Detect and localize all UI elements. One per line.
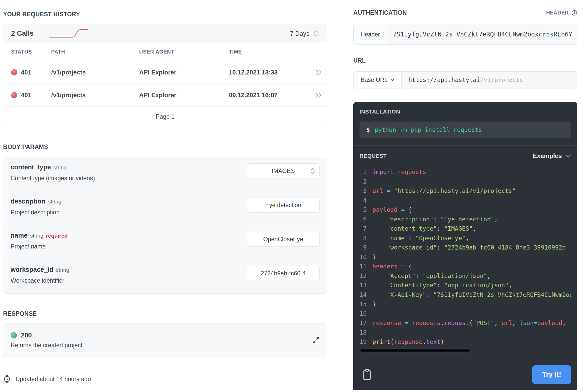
scrollbar-thumb[interactable] <box>360 348 470 352</box>
code-line: 19print(response.text) <box>360 337 571 347</box>
response-title: RESPONSE <box>3 310 327 317</box>
code-line: 10} <box>360 252 571 262</box>
url-field-group: Base URL https://api.hasty.ai/v1/project… <box>353 71 577 88</box>
param-description: Content type (images or videos) <box>11 175 95 182</box>
param-input[interactable]: 2724b9ab-fc60-4 <box>247 266 320 281</box>
copy-code-button[interactable] <box>363 369 371 381</box>
calls-sparkline-chart <box>48 27 89 40</box>
expand-diagonal-icon <box>312 336 320 344</box>
param-row: namestringrequiredProject nameOpenCloseE… <box>3 225 327 259</box>
param-value: OpenCloseEye <box>263 236 303 243</box>
auth-type-label: HEADER <box>546 10 569 16</box>
range-selector[interactable]: 7 Days <box>290 30 319 37</box>
row-user-agent: API Explorer <box>139 69 229 76</box>
code-line: 6 "description": "Eye detection", <box>360 215 571 224</box>
param-select[interactable]: IMAGES <box>247 163 320 178</box>
line-number: 6 <box>360 215 367 224</box>
open-request-button[interactable] <box>310 69 327 76</box>
param-input[interactable]: Eye detection <box>247 198 320 213</box>
right-column: AUTHENTICATION HEADER Header 7S1iyfgIVcZ… <box>353 0 577 390</box>
code-editor[interactable]: 1import requests23url = "https://api.has… <box>360 167 571 347</box>
param-type: string <box>56 267 69 273</box>
request-title: REQUEST <box>360 153 387 159</box>
param-heading: workspace_idstring <box>11 266 69 273</box>
line-number: 5 <box>360 205 367 215</box>
calls-count: 2 Calls <box>11 29 34 37</box>
examples-dropdown[interactable]: Examples <box>533 152 571 160</box>
param-row: workspace_idstringWorkspace identifier27… <box>3 259 327 293</box>
code-line: 12 "Accept": "application/json", <box>360 271 571 281</box>
status-dot-icon <box>11 92 17 98</box>
param-info: descriptionstringProject description <box>11 198 61 218</box>
range-label: 7 Days <box>290 30 309 37</box>
request-history-title: YOUR REQUEST HISTORY <box>3 11 327 18</box>
updated-status: Updated about 14 hours ago <box>3 374 327 384</box>
history-row[interactable]: 401/v1/projectsAPI Explorer09.12.2021 16… <box>3 84 327 107</box>
request-url-path: /v1/projects <box>480 77 523 83</box>
line-number: 4 <box>360 196 367 205</box>
double-chevron-right-icon <box>315 69 323 76</box>
chevron-down-icon <box>390 79 394 81</box>
line-number: 17 <box>360 318 367 328</box>
authentication-title: AUTHENTICATION <box>353 9 407 16</box>
api-key-input[interactable]: 7S1iyfgIVcZtN_2s_VhCZkt7eRQFB4CLNwm2ooxc… <box>387 24 577 44</box>
history-row[interactable]: 401/v1/projectsAPI Explorer10.12.2021 13… <box>3 61 327 84</box>
param-name: name <box>11 232 27 239</box>
code-line: 4 <box>360 196 571 205</box>
panel-divider <box>338 0 338 392</box>
row-path: /v1/projects <box>51 69 139 76</box>
code-line: 8 "name": "OpenCloseEye", <box>360 233 571 243</box>
param-description: Project description <box>11 209 61 216</box>
history-column-headers: STATUS PATH USER AGENT TIME <box>3 43 327 61</box>
status-code: 401 <box>21 69 31 76</box>
param-value: IMAGES <box>272 168 295 175</box>
row-user-agent: API Explorer <box>139 92 229 99</box>
param-input[interactable]: OpenCloseEye <box>247 232 320 247</box>
code-horizontal-scrollbar <box>360 348 571 352</box>
open-request-button[interactable] <box>310 92 327 99</box>
line-number: 9 <box>360 243 367 252</box>
code-panel-footer: Try It! <box>353 359 577 390</box>
info-circle-icon[interactable] <box>571 10 577 16</box>
expand-response-button[interactable] <box>312 336 320 345</box>
line-number: 13 <box>360 281 367 290</box>
request-header-row: REQUEST Examples <box>360 152 571 160</box>
param-info: content_typestringContent type (images o… <box>11 163 95 184</box>
response-status-code: 200 <box>21 331 32 339</box>
chevron-down-icon <box>565 154 571 158</box>
request-url-display: https://api.hasty.ai/v1/projects <box>402 72 577 88</box>
row-path: /v1/projects <box>51 92 139 99</box>
line-number: 3 <box>360 186 367 196</box>
request-url-base: https://api.hasty.ai <box>408 77 480 83</box>
param-name: workspace_id <box>11 266 53 273</box>
param-row: descriptionstringProject descriptionEye … <box>3 191 327 225</box>
url-title: URL <box>353 57 577 64</box>
pagination: Page 1 <box>3 107 327 127</box>
sort-updown-icon <box>313 30 319 37</box>
api-key-field-group: Header 7S1iyfgIVcZtN_2s_VhCZkt7eRQFB4CLN… <box>353 24 577 45</box>
code-line: 17response = requests.request("POST", ur… <box>360 318 571 328</box>
code-line: 7 "content_type": "IMAGES", <box>360 224 571 233</box>
row-time: 09.12.2021 16:07 <box>229 92 310 99</box>
line-number: 2 <box>360 177 367 186</box>
base-url-dropdown[interactable]: Base URL <box>354 72 402 88</box>
param-description: Project name <box>11 243 68 250</box>
param-type: string <box>48 199 61 205</box>
line-number: 1 <box>360 167 367 177</box>
param-name: description <box>11 198 46 205</box>
col-path: PATH <box>51 49 139 55</box>
param-heading: namestringrequired <box>11 232 68 239</box>
double-chevron-right-icon <box>315 92 323 99</box>
examples-label: Examples <box>533 152 562 160</box>
param-type: string <box>30 233 43 239</box>
api-key-field-label: Header <box>354 24 387 44</box>
col-status: STATUS <box>11 49 51 55</box>
code-line: 14 "X-Api-Key": "7S1iyfgIVcZtN_2s_VhCZkt… <box>360 290 571 300</box>
col-time: TIME <box>229 49 310 55</box>
try-it-button[interactable]: Try It! <box>532 365 571 384</box>
line-number: 7 <box>360 224 367 233</box>
param-type: string <box>54 164 67 170</box>
line-number: 8 <box>360 233 367 243</box>
updated-text: Updated about 14 hours ago <box>16 376 91 383</box>
response-description: Returns the created project <box>11 342 320 349</box>
